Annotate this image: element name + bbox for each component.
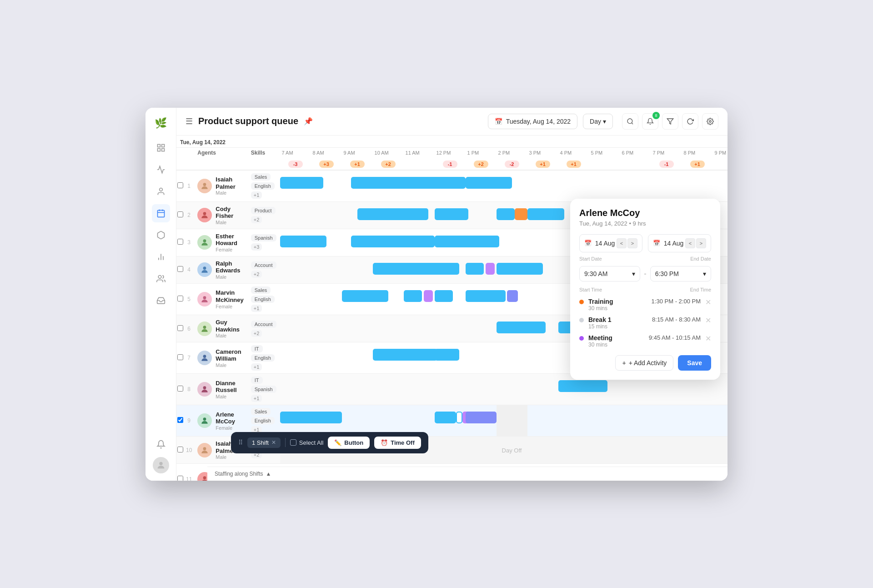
timeline-cell[interactable] [342, 229, 373, 256]
timeline-cell[interactable] [527, 170, 558, 202]
timeline-cell[interactable] [466, 405, 497, 437]
view-selector[interactable]: Day ▾ [583, 114, 613, 129]
date-picker-button[interactable]: 📅 Tuesday, Aug 14, 2022 [488, 114, 577, 129]
timeline-cell[interactable] [435, 256, 466, 283]
timeline-cell[interactable] [435, 284, 466, 315]
end-date-prev[interactable]: < [685, 238, 695, 248]
staffing-label: Staffing along Shifts [215, 471, 263, 477]
pin-icon[interactable]: 📌 [304, 117, 313, 126]
skill-tag: English [251, 417, 275, 424]
button-action-button[interactable]: ✏️ Button [328, 437, 370, 449]
row-checkbox[interactable] [177, 417, 183, 423]
timeline-cell[interactable] [435, 201, 466, 229]
remove-activity-meeting[interactable]: ✕ [705, 334, 711, 343]
timeline-cell[interactable] [404, 170, 435, 202]
row-checkbox[interactable] [177, 239, 183, 245]
end-date-picker[interactable]: 📅 14 Aug < > [648, 234, 711, 252]
row-checkbox[interactable] [177, 266, 183, 272]
timeline-cell[interactable] [435, 405, 466, 437]
time-3pm: 3 PM [527, 147, 558, 158]
row-checkbox[interactable] [177, 182, 183, 188]
timeline-cell[interactable] [342, 201, 373, 229]
timeline-cell[interactable] [466, 229, 497, 256]
timeline-cell[interactable] [466, 256, 497, 283]
timeline-cell[interactable] [497, 256, 527, 283]
sidebar-item-contacts[interactable] [152, 182, 170, 201]
timeline-cell[interactable] [435, 342, 466, 374]
user-avatar[interactable] [153, 457, 169, 473]
timeline-cell[interactable] [404, 284, 435, 315]
sidebar-item-dashboard[interactable] [152, 139, 170, 157]
drag-handle-icon[interactable]: ⠿ [238, 439, 243, 446]
timeline-cell[interactable] [527, 201, 558, 229]
sidebar-item-reports[interactable] [152, 248, 170, 266]
row-checkbox[interactable] [177, 386, 183, 392]
select-all-checkbox[interactable]: Select All [290, 439, 323, 446]
start-date-prev[interactable]: < [617, 238, 627, 248]
timeline-cell[interactable] [435, 170, 466, 202]
skills-column-header: Skills [247, 147, 280, 158]
start-time-picker[interactable]: 9:30 AM ▾ [579, 266, 640, 281]
row-checkbox[interactable] [177, 447, 183, 452]
filter-button[interactable] [662, 113, 678, 130]
row-checkbox[interactable] [177, 211, 183, 217]
menu-icon[interactable]: ☰ [186, 116, 193, 126]
settings-button[interactable] [702, 113, 718, 130]
timeline-cell[interactable] [682, 170, 713, 202]
timeline-cell[interactable] [311, 170, 342, 202]
row-checkbox[interactable] [177, 296, 183, 302]
time-4pm: 4 PM [558, 147, 589, 158]
timeline-cell[interactable] [620, 170, 651, 202]
staffing-toggle-icon[interactable]: ▲ [266, 471, 271, 477]
sidebar-item-analytics[interactable] [152, 161, 170, 179]
timeline-cell[interactable] [342, 284, 373, 315]
shift-close-button[interactable]: ✕ [271, 439, 276, 446]
sidebar-notification[interactable] [152, 435, 170, 453]
timeline-cell[interactable] [280, 170, 311, 202]
timeline-cell[interactable] [342, 170, 373, 202]
end-time-picker[interactable]: 6:30 PM ▾ [650, 266, 711, 281]
timeline-cell[interactable] [373, 256, 404, 283]
remove-activity-training[interactable]: ✕ [705, 298, 711, 307]
timeline-cell[interactable] [435, 229, 466, 256]
timeline-cell[interactable] [651, 170, 682, 202]
row-checkbox[interactable] [177, 354, 183, 360]
start-date-picker[interactable]: 📅 14 Aug < > [579, 234, 642, 252]
end-date-next[interactable]: > [696, 238, 706, 248]
timeline-cell[interactable] [713, 170, 728, 202]
detail-separator: • [629, 220, 632, 227]
sidebar-item-schedule[interactable] [152, 204, 170, 222]
search-button[interactable] [622, 113, 638, 130]
start-date-next[interactable]: > [627, 238, 637, 248]
activity-duration: 30 mins [588, 342, 644, 348]
chevron-down-icon: ▾ [603, 118, 606, 125]
save-button[interactable]: Save [678, 355, 711, 371]
timeline-cell[interactable] [497, 201, 527, 229]
timeline-cell[interactable] [466, 284, 497, 315]
timeline-cell[interactable] [404, 229, 435, 256]
row-checkbox[interactable] [177, 325, 183, 331]
refresh-button[interactable] [682, 113, 698, 130]
timeline-cell[interactable] [497, 315, 527, 342]
detail-date: Tue, Aug 14, 2022 [579, 220, 627, 227]
start-time-chevron: ▾ [632, 270, 635, 277]
row-checkbox[interactable] [177, 476, 183, 480]
sidebar-item-people[interactable] [152, 270, 170, 288]
agent-info: Marvin McKinney Female [194, 286, 247, 312]
time-off-button[interactable]: ⏰ Time Off [374, 437, 421, 449]
add-activity-button[interactable]: + + Add Activity [615, 355, 673, 371]
notification-button[interactable] [642, 113, 658, 130]
remove-activity-break[interactable]: ✕ [705, 316, 711, 325]
start-date-value: 14 Aug [595, 240, 615, 247]
timeline-cell[interactable] [558, 170, 589, 202]
timeline-cell[interactable] [497, 170, 527, 202]
timeline-cell[interactable] [280, 229, 311, 256]
sidebar-item-inbox[interactable] [152, 291, 170, 310]
timeline-cell[interactable] [497, 405, 527, 437]
timeline-cell[interactable] [466, 170, 497, 202]
sidebar-item-tasks[interactable] [152, 226, 170, 244]
timeline-cell[interactable] [373, 342, 404, 374]
clock-icon: ⏰ [381, 439, 388, 446]
timeline-cell[interactable] [589, 170, 620, 202]
timeline-cell[interactable] [373, 170, 404, 202]
